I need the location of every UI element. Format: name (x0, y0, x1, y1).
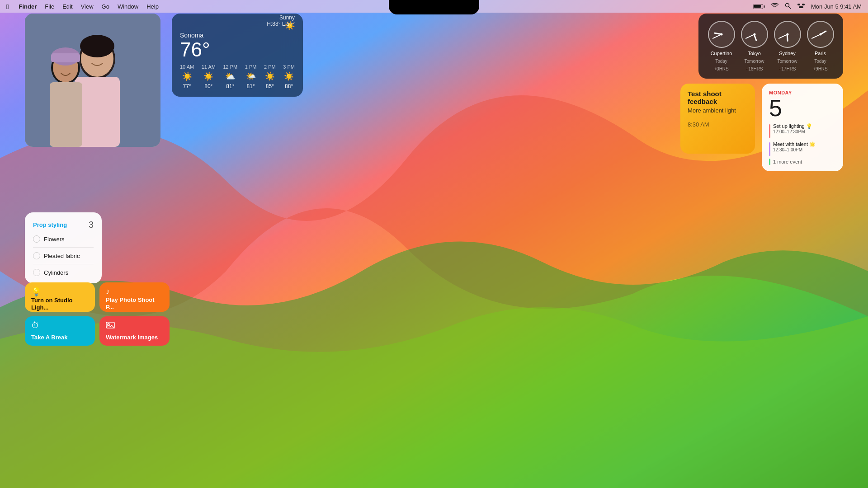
clock-day-tokyo: Tomorrow (745, 59, 764, 64)
weather-condition-label: Sunny (267, 14, 295, 21)
take-break-label: Take A Break (31, 334, 89, 341)
reminder-label-0: Flowers (44, 236, 65, 243)
view-menu[interactable]: View (81, 3, 94, 10)
notes-content: More ambient light (688, 107, 748, 114)
center-dot-cupertino (720, 33, 722, 36)
studio-lights-icon: 💡 (31, 287, 89, 297)
clock-day-cupertino: Today (715, 59, 727, 64)
notes-time: 8:30 AM (688, 121, 748, 128)
forecast-item-1: 11 AM ☀️ 80° (202, 64, 216, 89)
watermark-images-icon (106, 321, 163, 331)
photo-shoot-playlist-label: Play Photo Shoot P... (106, 296, 163, 310)
clock-face-cupertino (708, 21, 735, 48)
weather-temperature: 76° (180, 40, 210, 60)
shortcuts-row-2: ⏱ Take A Break Watermark Images (25, 316, 170, 346)
clock-day-paris: Today (814, 59, 826, 64)
help-menu[interactable]: Help (146, 3, 159, 10)
watermark-images-label: Watermark Images (106, 334, 163, 341)
clock-offset-paris: +9HRS (813, 66, 828, 71)
svg-point-13 (80, 35, 114, 57)
wifi-icon[interactable] (771, 3, 778, 10)
calendar-date: 5 (769, 96, 836, 120)
center-dot-sydney (786, 33, 788, 36)
spotlight-icon[interactable] (785, 3, 791, 10)
calendar-event-1: Meet with talent 🌟 12:30–1:00PM (769, 141, 836, 156)
clock-city-cupertino: Cupertino (711, 51, 732, 56)
more-events-bar (769, 159, 770, 165)
reminder-item-0: Flowers (33, 235, 94, 248)
take-break-icon: ⏱ (31, 321, 89, 330)
photo-widget (25, 14, 160, 147)
menubar-time: Mon Jun 5 9:41 AM (811, 3, 862, 10)
clock-offset-tokyo: +16HRS (745, 66, 763, 71)
event-details-1: Meet with talent 🌟 12:30–1:00PM (773, 141, 816, 152)
clock-face-paris (807, 21, 834, 48)
finder-menu[interactable]: Finder (19, 3, 37, 10)
reminder-item-2: Cylinders (33, 269, 94, 276)
weather-high-low: H:88° L:57° (267, 21, 295, 27)
weather-forecast: 10 AM ☀️ 77° 11 AM ☀️ 80° 12 PM ⛅ 81° 1 … (180, 64, 295, 89)
svg-line-2 (788, 6, 791, 9)
file-menu[interactable]: File (45, 3, 54, 10)
svg-rect-15 (51, 53, 80, 62)
reminder-checkbox-2[interactable] (33, 269, 40, 276)
calendar-widget: MONDAY 5 Set up lighting 💡 12:00–12:30PM… (762, 84, 843, 171)
clocks-widget: Cupertino Today +0HRS Tokyo Tomorrow +16… (698, 14, 843, 79)
calendar-more-events: 1 more event (769, 159, 836, 165)
reminder-label-1: Pleated fabric (44, 253, 80, 259)
forecast-item-2: 12 PM ⛅ 81° (223, 64, 237, 89)
clock-paris: Paris Today +9HRS (807, 21, 834, 71)
forecast-item-5: 3 PM ☀️ 88° (283, 64, 295, 89)
forecast-item-0: 10 AM ☀️ 77° (180, 64, 194, 89)
center-dot-paris (819, 33, 821, 36)
photo-shoot-playlist-icon: ♪ (106, 287, 163, 296)
reminder-item-1: Pleated fabric (33, 252, 94, 264)
control-center-icon[interactable] (797, 3, 805, 10)
notes-widget: Test shoot feedback More ambient light 8… (680, 84, 755, 154)
weather-widget: ☀️ Sonoma 76° Sunny H:88° L:57° 10 AM ☀️… (172, 14, 303, 97)
clock-tokyo: Tokyo Tomorrow +16HRS (741, 21, 768, 71)
svg-rect-5 (799, 6, 803, 8)
svg-rect-3 (797, 4, 800, 5)
reminders-widget: Prop styling 3 Flowers Pleated fabric Cy… (25, 212, 102, 283)
clock-city-tokyo: Tokyo (748, 51, 761, 56)
center-dot-tokyo (753, 33, 755, 36)
clock-sydney: Sydney Tomorrow +17HRS (774, 21, 801, 71)
shortcut-take-break[interactable]: ⏱ Take A Break (25, 316, 95, 346)
clock-offset-sydney: +17HRS (778, 66, 796, 71)
studio-lights-label: Turn on Studio Ligh... (31, 297, 89, 311)
desktop:  Finder File Edit View Go Window Help (0, 0, 868, 488)
clock-day-sydney: Tomorrow (778, 59, 797, 64)
weather-city: Sonoma (180, 32, 210, 39)
notes-title: Test shoot feedback (688, 90, 748, 105)
forecast-item-3: 1 PM 🌤️ 81° (245, 64, 257, 89)
clock-city-paris: Paris (815, 51, 826, 56)
event-bar-0 (769, 124, 770, 138)
svg-rect-10 (50, 82, 82, 147)
apple-menu[interactable]:  (6, 3, 9, 10)
reminders-title: Prop styling (33, 221, 67, 228)
go-menu[interactable]: Go (102, 3, 109, 10)
event-details-0: Set up lighting 💡 12:00–12:30PM (773, 123, 812, 134)
clock-city-sydney: Sydney (779, 51, 796, 56)
camera-notch (389, 0, 479, 14)
reminder-checkbox-1[interactable] (33, 252, 40, 259)
clock-face-tokyo (741, 21, 768, 48)
battery-indicator (753, 4, 765, 9)
reminders-header: Prop styling 3 (33, 220, 94, 230)
svg-rect-4 (802, 4, 805, 5)
calendar-event-0: Set up lighting 💡 12:00–12:30PM (769, 123, 836, 138)
event-bar-1 (769, 142, 770, 156)
reminder-checkbox-0[interactable] (33, 235, 40, 243)
clock-face-sydney (774, 21, 801, 48)
shortcut-photo-shoot-playlist[interactable]: ♪ Play Photo Shoot P... (99, 282, 170, 312)
shortcut-studio-lights[interactable]: 💡 Turn on Studio Ligh... (25, 282, 95, 312)
reminders-count: 3 (89, 220, 94, 230)
edit-menu[interactable]: Edit (62, 3, 72, 10)
forecast-item-4: 2 PM ☀️ 85° (264, 64, 276, 89)
clock-offset-cupertino: +0HRS (714, 66, 729, 71)
shortcuts-row-1: 💡 Turn on Studio Ligh... ♪ Play Photo Sh… (25, 282, 170, 312)
shortcut-watermark-images[interactable]: Watermark Images (99, 316, 170, 346)
window-menu[interactable]: Window (118, 3, 138, 10)
clock-cupertino: Cupertino Today +0HRS (708, 21, 735, 71)
